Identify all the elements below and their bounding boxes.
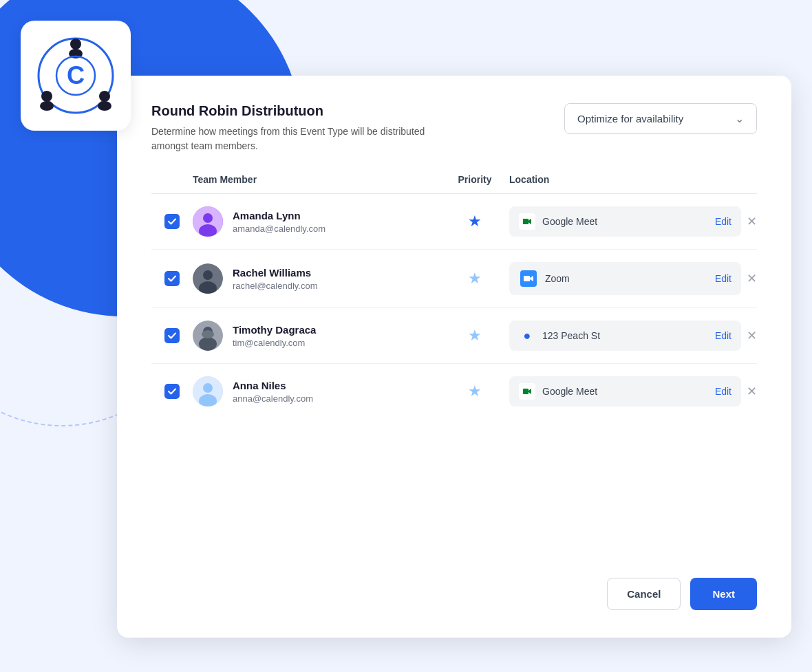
table-row: Amanda Lynn amanda@calendly.com ★ (151, 194, 757, 250)
column-header-member: Team Member (193, 174, 440, 185)
checkmark-icon (167, 217, 177, 226)
checkbox-area-3 (151, 328, 193, 343)
location-area-amanda: Google Meet Edit ✕ (509, 206, 757, 237)
location-area-rachel: Zoom Edit ✕ (509, 262, 757, 295)
logo-box: C (21, 21, 131, 131)
checkmark-icon (167, 274, 177, 283)
team-table: Amanda Lynn amanda@calendly.com ★ (151, 194, 757, 419)
member-text-amanda: Amanda Lynn amanda@calendly.com (233, 210, 325, 234)
member-info-amanda: Amanda Lynn amanda@calendly.com (193, 206, 440, 237)
zoom-icon-rachel (519, 269, 538, 288)
chevron-down-icon: ⌄ (735, 112, 744, 125)
checkmark-icon (167, 331, 177, 340)
member-info-anna: Anna Niles anna@calendly.com (193, 376, 440, 407)
location-badge-amanda: Google Meet Edit (509, 206, 741, 237)
close-button-timothy[interactable]: ✕ (747, 329, 757, 342)
modal-footer: Cancel Next (151, 561, 757, 610)
modal-title-area: Round Robin Distributuon Determine how m… (151, 103, 564, 153)
avatar-image-amanda (193, 206, 223, 237)
next-button[interactable]: Next (690, 578, 757, 610)
location-area-timothy: ● 123 Peach St Edit ✕ (509, 321, 757, 351)
edit-link-anna[interactable]: Edit (715, 386, 731, 397)
priority-area-timothy[interactable]: ★ (440, 327, 509, 345)
location-badge-rachel: Zoom Edit (509, 262, 741, 295)
svg-point-21 (202, 330, 214, 338)
star-icon-rachel[interactable]: ★ (468, 270, 482, 288)
checkbox-area-4 (151, 384, 193, 399)
member-text-anna: Anna Niles anna@calendly.com (233, 380, 313, 404)
priority-area-anna[interactable]: ★ (440, 382, 509, 400)
modal-header: Round Robin Distributuon Determine how m… (151, 103, 757, 153)
checkbox-amanda[interactable] (164, 214, 180, 229)
member-name-rachel: Rachel Williams (233, 267, 318, 279)
google-meet-icon-amanda (519, 213, 535, 230)
zoom-logo-svg-rachel (521, 271, 536, 286)
svg-text:C: C (67, 61, 85, 89)
checkmark-icon (167, 387, 177, 396)
svg-rect-26 (523, 389, 528, 394)
edit-link-timothy[interactable]: Edit (715, 330, 731, 341)
location-name-rachel: Zoom (545, 273, 701, 284)
priority-area-rachel[interactable]: ★ (440, 270, 509, 288)
avatar-rachel (193, 263, 223, 294)
location-name-anna: Google Meet (542, 386, 701, 397)
distribution-dropdown[interactable]: Optimize for availability ⌄ (564, 103, 757, 134)
location-name-timothy: 123 Peach St (542, 330, 701, 341)
checkbox-area-2 (151, 271, 193, 286)
avatar-image-anna (193, 376, 223, 407)
close-button-anna[interactable]: ✕ (747, 385, 757, 398)
calendly-logo: C (34, 34, 117, 117)
svg-point-1 (70, 39, 81, 50)
modal: Round Robin Distributuon Determine how m… (117, 76, 791, 638)
modal-title: Round Robin Distributuon (151, 103, 564, 119)
star-icon-timothy[interactable]: ★ (468, 327, 482, 345)
checkbox-rachel[interactable] (164, 271, 180, 286)
cancel-button[interactable]: Cancel (607, 578, 681, 610)
svg-point-20 (199, 337, 217, 351)
member-email-amanda: amanda@calendly.com (233, 224, 325, 234)
avatar-timothy (193, 321, 223, 351)
edit-link-rachel[interactable]: Edit (715, 273, 731, 284)
google-meet-logo-anna (519, 383, 535, 400)
svg-point-6 (98, 101, 111, 111)
avatar-anna (193, 376, 223, 407)
modal-description: Determine how meetings from this Event T… (151, 124, 440, 153)
checkbox-anna[interactable] (164, 384, 180, 399)
column-header-priority: Priority (440, 174, 509, 185)
member-email-rachel: rachel@calendly.com (233, 281, 318, 291)
close-button-rachel[interactable]: ✕ (747, 272, 757, 285)
avatar-image-rachel (193, 263, 223, 294)
svg-point-3 (41, 91, 52, 102)
location-badge-timothy: ● 123 Peach St Edit (509, 321, 741, 351)
star-icon-anna[interactable]: ★ (468, 382, 482, 400)
column-header-location: Location (509, 174, 757, 185)
member-name-amanda: Amanda Lynn (233, 210, 325, 221)
svg-rect-13 (523, 219, 528, 224)
star-icon-amanda[interactable]: ★ (468, 213, 482, 230)
location-pin-icon-timothy: ● (519, 327, 535, 344)
member-email-anna: anna@calendly.com (233, 393, 313, 404)
member-name-anna: Anna Niles (233, 380, 313, 391)
close-button-amanda[interactable]: ✕ (747, 215, 757, 228)
member-email-timothy: tim@calendly.com (233, 338, 316, 348)
table-header: Team Member Priority Location (151, 174, 757, 194)
priority-area-amanda[interactable]: ★ (440, 213, 509, 230)
svg-point-15 (203, 270, 213, 280)
member-text-timothy: Timothy Dagraca tim@calendly.com (233, 324, 316, 348)
location-badge-anna: Google Meet Edit (509, 376, 741, 407)
location-name-amanda: Google Meet (542, 216, 701, 227)
checkbox-timothy[interactable] (164, 328, 180, 343)
table-row: Timothy Dagraca tim@calendly.com ★ ● 123… (151, 308, 757, 364)
member-text-rachel: Rachel Williams rachel@calendly.com (233, 267, 318, 291)
table-row: Anna Niles anna@calendly.com ★ Go (151, 364, 757, 419)
svg-point-4 (40, 101, 54, 111)
edit-link-amanda[interactable]: Edit (715, 216, 731, 227)
location-area-anna: Google Meet Edit ✕ (509, 376, 757, 407)
member-info-rachel: Rachel Williams rachel@calendly.com (193, 263, 440, 294)
member-name-timothy: Timothy Dagraca (233, 324, 316, 336)
google-meet-logo-amanda (519, 213, 535, 230)
avatar-image-timothy (193, 321, 223, 351)
avatar-amanda (193, 206, 223, 237)
google-meet-icon-anna (519, 383, 535, 400)
member-info-timothy: Timothy Dagraca tim@calendly.com (193, 321, 440, 351)
